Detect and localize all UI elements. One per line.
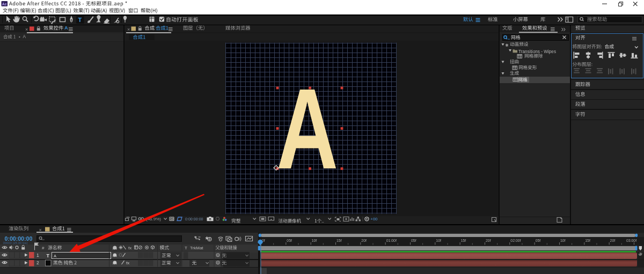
svg-text:×: × [39,227,42,233]
svg-text:T: T [78,17,82,23]
svg-text:A: A [23,34,26,39]
svg-text:20f: 20f [361,239,367,242]
svg-text:0:00:00:00: 0:00:00:00 [185,217,203,221]
svg-text:10f: 10f [560,239,566,242]
svg-text:T: T [185,246,187,250]
svg-text:+00: +00 [370,217,378,221]
svg-text:A: A [54,254,56,258]
svg-text:15f: 15f [585,239,590,242]
svg-text:20f: 20f [486,239,491,242]
svg-text:15f: 15f [336,239,342,242]
svg-text:01:00f: 01:00f [386,239,397,242]
svg-text:02:00f: 02:00f [510,239,521,242]
svg-text:T: T [47,253,50,258]
svg-text:#: # [42,246,45,250]
svg-text:fx: fx [128,246,131,250]
svg-text:20f: 20f [610,239,616,242]
svg-text:A: A [64,25,68,31]
svg-text:Ae: Ae [2,2,7,6]
svg-text:1: 1 [36,253,39,258]
svg-text:×: × [127,27,130,32]
svg-text:fx: fx [126,261,129,265]
svg-text:10f: 10f [436,239,441,242]
svg-text:×: × [25,27,28,32]
svg-text:05f: 05f [411,239,416,242]
svg-text:0:00:00:00: 0:00:00:00 [5,235,33,242]
svg-text:Transitions - Wipes: Transitions - Wipes [518,49,556,54]
svg-text:05f: 05f [536,239,541,242]
svg-text:10f: 10f [312,239,317,242]
svg-text:05f: 05f [287,239,292,242]
svg-text:•: • [19,34,20,39]
svg-text:TrkMat: TrkMat [190,246,203,250]
svg-text:00000 (25.00 fps): 00000 (25.00 fps) [3,241,28,245]
svg-text:03:00f: 03:00f [626,239,636,242]
svg-text:2: 2 [36,260,39,265]
svg-text:15f: 15f [461,239,466,242]
